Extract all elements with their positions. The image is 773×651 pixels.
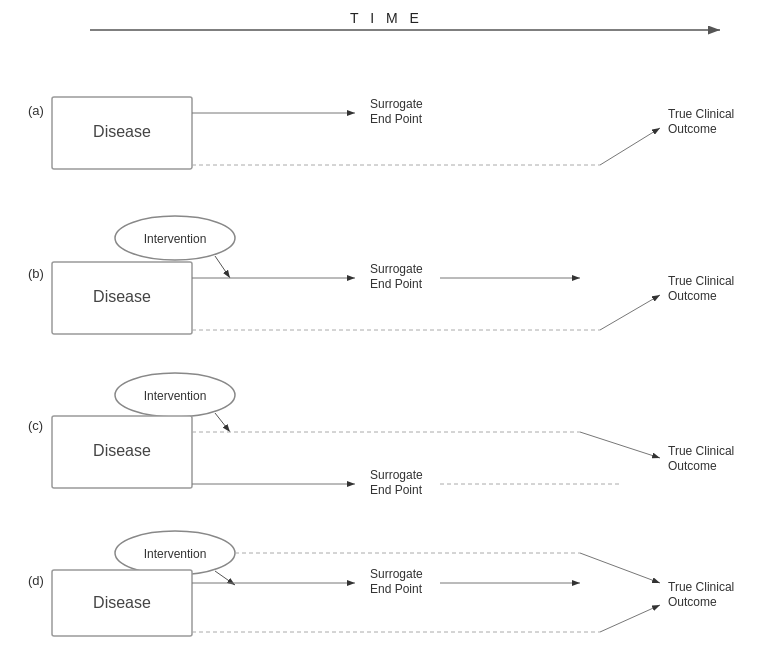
svg-line-10: [600, 128, 660, 165]
svg-text:End Point: End Point: [370, 112, 423, 126]
svg-text:Outcome: Outcome: [668, 122, 717, 136]
svg-line-16: [215, 256, 230, 278]
svg-line-24: [600, 295, 660, 330]
svg-text:True Clinical: True Clinical: [668, 444, 734, 458]
svg-text:Disease: Disease: [93, 123, 151, 140]
svg-text:Intervention: Intervention: [144, 389, 207, 403]
svg-text:Surrogate: Surrogate: [370, 567, 423, 581]
diagram-container: T I M E (a) Disease Surrogate End Point …: [0, 0, 773, 651]
svg-text:End Point: End Point: [370, 483, 423, 497]
svg-line-34: [580, 432, 660, 458]
svg-text:True Clinical: True Clinical: [668, 580, 734, 594]
svg-text:(d): (d): [28, 573, 44, 588]
svg-text:Surrogate: Surrogate: [370, 97, 423, 111]
svg-text:Disease: Disease: [93, 288, 151, 305]
svg-text:Disease: Disease: [93, 442, 151, 459]
svg-line-56: [580, 553, 660, 583]
svg-text:(c): (c): [28, 418, 43, 433]
svg-text:Intervention: Intervention: [144, 547, 207, 561]
svg-text:True Clinical: True Clinical: [668, 274, 734, 288]
svg-text:Intervention: Intervention: [144, 232, 207, 246]
svg-text:Outcome: Outcome: [668, 289, 717, 303]
svg-text:End Point: End Point: [370, 277, 423, 291]
svg-line-30: [215, 413, 230, 432]
svg-line-52: [600, 605, 660, 632]
svg-text:Disease: Disease: [93, 594, 151, 611]
svg-text:End Point: End Point: [370, 582, 423, 596]
svg-text:(b): (b): [28, 266, 44, 281]
svg-text:(a): (a): [28, 103, 44, 118]
svg-text:Surrogate: Surrogate: [370, 262, 423, 276]
svg-text:Surrogate: Surrogate: [370, 468, 423, 482]
svg-text:Outcome: Outcome: [668, 459, 717, 473]
svg-text:True Clinical: True Clinical: [668, 107, 734, 121]
svg-text:Outcome: Outcome: [668, 595, 717, 609]
